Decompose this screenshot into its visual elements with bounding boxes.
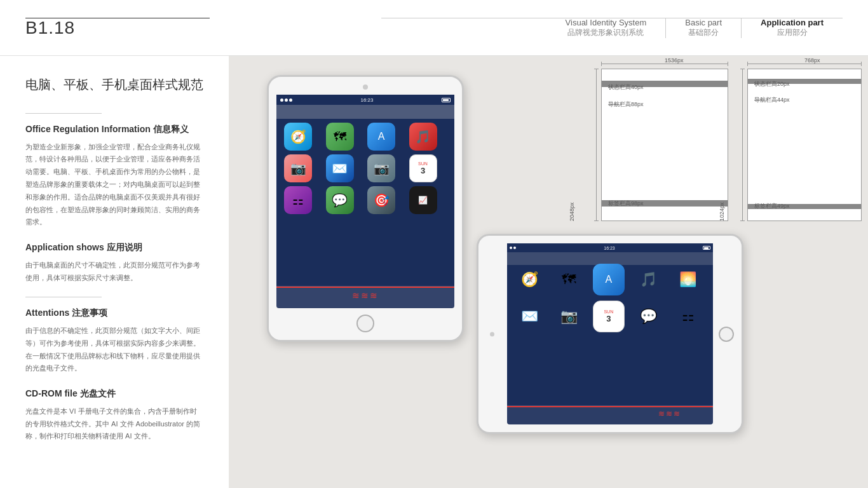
section3-body: 由于信息的不确定性，此页部分规范（如文字大小、间距等）可作为参考使用，具体可根据… xyxy=(25,325,203,375)
signal-dot-3 xyxy=(289,98,292,102)
ipad-large-nav-bar xyxy=(276,105,454,119)
land-maps: 🗺 xyxy=(553,264,585,295)
large-nav-label-row: 导航栏高88px xyxy=(608,104,620,105)
land-red-line xyxy=(507,406,713,407)
app-calendar: SUN 3 xyxy=(409,154,437,182)
small-tab-bar-label: 标签栏高49px xyxy=(754,202,790,210)
battery-fill xyxy=(443,99,449,101)
small-nav-bar-label: 导航栏高44px xyxy=(754,96,790,104)
large-width-label: 1536px xyxy=(665,57,684,64)
ipad-red-line xyxy=(276,287,454,288)
ipad-large-home-button[interactable] xyxy=(356,315,374,332)
app-stocks: 📈 xyxy=(409,186,437,214)
land-grid: ⚏ xyxy=(672,301,704,332)
ipad-large-status-bar: 16:23 xyxy=(276,95,454,105)
height-line xyxy=(596,69,597,221)
ipad-land-camera xyxy=(490,332,494,336)
land-dot2 xyxy=(513,247,516,249)
header: B1.18 Visual Identity System 品牌视觉形象识别系统 … xyxy=(0,0,868,56)
app-appstore: A xyxy=(367,123,395,151)
land-battery xyxy=(703,246,710,250)
nav-top-line xyxy=(381,18,843,18)
ipad-large-camera xyxy=(363,85,368,90)
page-id: B1.18 xyxy=(25,18,75,38)
land-calendar: SUN 3 xyxy=(593,301,625,332)
small-width-arrow xyxy=(747,64,862,64)
land-signal xyxy=(510,247,516,249)
left-panel: 电脑、平板、手机桌面样式规范 Office Regulation Informa… xyxy=(0,56,229,488)
dim-diagram-small: 768px 状态栏高20px 导航栏高44px 标签栏高49px 1024px xyxy=(747,69,862,221)
small-status-bar-label: 状态栏高20px xyxy=(754,80,790,88)
small-height-label: 1024px xyxy=(719,202,725,221)
app-target: 🎯 xyxy=(367,186,395,214)
small-tab-label-row: 标签栏高49px xyxy=(754,206,766,207)
small-nav-label-row: 导航栏高44px xyxy=(754,100,766,100)
ipad-large-body: 16:23 🧭 🗺 A 🎵 📷 ✉️ xyxy=(267,75,464,342)
ipad-landscape-device: 16:23 🧭 🗺 A 🎵 🌅 ✉️ 📷 S xyxy=(477,234,743,434)
small-status-label-row: 状态栏高20px xyxy=(754,84,766,85)
ipad-battery xyxy=(442,98,451,102)
app-extra1: 📷 xyxy=(284,154,312,182)
large-height-label: 2048px xyxy=(569,202,575,221)
ipad-land-app-grid: 🧭 🗺 A 🎵 🌅 ✉️ 📷 SUN 3 💬 ⚏ xyxy=(511,261,709,335)
land-appstore: A xyxy=(593,264,625,295)
section3-title: Attentions 注意事项 xyxy=(25,307,203,320)
land-music: 🎵 xyxy=(632,264,664,295)
width-arrow-line xyxy=(601,64,728,64)
ipad-large-device: 16:23 🧭 🗺 A 🎵 📷 ✉️ xyxy=(267,75,464,342)
small-width-label: 768px xyxy=(804,57,820,64)
ipad-land-tab-bar: ≋≋≋ xyxy=(507,405,713,424)
page-main-title: 电脑、平板、手机桌面样式规范 xyxy=(25,75,203,94)
land-photos: 🌅 xyxy=(672,264,704,295)
app-messages: 💬 xyxy=(326,186,354,214)
app-camera: 📷 xyxy=(367,154,395,182)
dim-diagram-large: 1536px 状态栏高40px 导航栏高88px xyxy=(601,69,728,221)
battery-icon xyxy=(442,98,451,102)
small-dim-box: 状态栏高20px 导航栏高44px 标签栏高49px xyxy=(747,69,862,221)
large-status-label-row: 状态栏高40px xyxy=(608,87,620,88)
large-dim-box: 状态栏高40px 导航栏高88px 标签栏高98px xyxy=(601,69,728,221)
ipad-land-status-bar: 16:23 xyxy=(507,243,713,252)
large-tab-bar-label: 标签栏高98px xyxy=(608,200,644,208)
section2-title: Application shows 应用说明 xyxy=(25,241,203,254)
land-brand-wave: ≋≋≋ xyxy=(658,409,681,418)
ipad-large-tab-bar: ≋≋≋ xyxy=(276,286,454,308)
divider-2 xyxy=(25,297,102,297)
signal-dot-1 xyxy=(280,98,283,102)
app-grid: ⚏ xyxy=(284,186,312,214)
nav-section-basic[interactable]: Basic part 基础部分 xyxy=(666,18,742,38)
brand-wave: ≋≋≋ xyxy=(352,290,379,301)
section1-body: 为塑造企业新形象，加强企业管理，配合企业商务礼仪规范，特设计各种用品，以便于企业… xyxy=(25,141,203,229)
nav-vis-en: Visual Identity System xyxy=(566,18,647,27)
land-camera: 📷 xyxy=(553,301,585,332)
divider-1 xyxy=(25,113,102,114)
nav-section-vis[interactable]: Visual Identity System 品牌视觉形象识别系统 xyxy=(546,18,667,38)
nav-app-en: Application part xyxy=(761,18,824,27)
section4-body: 光盘文件是本 VI 手册电子文件的集合，内含手册制作时的专用软件格式文件。其中 … xyxy=(25,405,203,443)
nav-vis-cn: 品牌视觉形象识别系统 xyxy=(567,27,644,38)
app-mail: ✉️ xyxy=(326,154,354,182)
land-dot1 xyxy=(510,247,512,249)
section1-title: Office Regulation Information 信息释义 xyxy=(25,123,203,136)
large-status-bar-label: 状态栏高40px xyxy=(608,83,644,92)
nav-section-application[interactable]: Application part 应用部分 xyxy=(742,18,843,38)
nav-basic-en: Basic part xyxy=(685,18,722,27)
app-safari: 🧭 xyxy=(284,123,312,151)
ipad-land-home-button[interactable] xyxy=(719,327,734,342)
ipad-large-screen: 16:23 🧭 🗺 A 🎵 📷 ✉️ xyxy=(276,95,454,308)
land-time: 16:23 xyxy=(604,246,615,250)
land-mail: ✉️ xyxy=(513,301,545,332)
section4-title: CD-ROM file 光盘文件 xyxy=(25,388,203,400)
header-decorative-line xyxy=(25,18,210,18)
ipad-time: 16:23 xyxy=(360,97,373,103)
nav-app-cn: 应用部分 xyxy=(777,27,808,38)
right-panel: 1536px 状态栏高40px 导航栏高88px xyxy=(229,56,868,488)
app-maps: 🗺 xyxy=(326,123,354,151)
nav-basic-cn: 基础部分 xyxy=(688,27,719,38)
land-messages: 💬 xyxy=(632,301,664,332)
small-height-line xyxy=(742,69,743,221)
app-music: 🎵 xyxy=(409,123,437,151)
large-tab-label-row: 标签栏高98px xyxy=(608,203,620,204)
land-battery-fill xyxy=(704,247,709,249)
header-nav: Visual Identity System 品牌视觉形象识别系统 Basic … xyxy=(546,18,843,38)
